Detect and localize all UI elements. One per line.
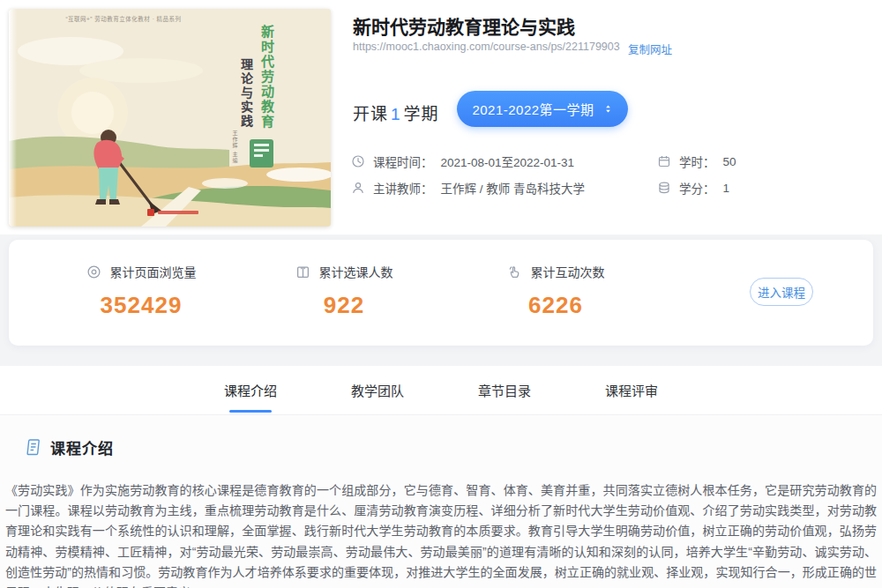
section-title: 课程介绍 [50,436,114,458]
semester-dropdown[interactable]: 2021-2022第一学期 [457,91,628,127]
info-label: 课程时间： [373,153,433,170]
info-label: 主讲教师： [373,179,433,197]
course-stats-card: 累计页面浏览量 352429 累计选课人数 922 累计互动次数 6226 进入… [9,240,873,346]
enter-course-button[interactable]: 进入课程 [750,278,813,306]
updown-arrows-icon [603,103,613,115]
tab-teaching-team[interactable]: 教学团队 [351,366,404,414]
semester-label: 开课1学期 [353,100,439,124]
cover-series-text: “互联网+” 劳动教育立体化教材 · 精品系列 [18,14,229,23]
cover-illustration [9,9,331,227]
cover-authors: 王作辉 主编 [231,130,239,164]
info-value: 2021-08-01至2022-01-31 [441,153,575,170]
info-value: 1 [723,182,730,195]
semester-count: 1 [388,105,404,123]
semester-suffix: 学期 [404,105,439,123]
clock-icon [351,154,365,168]
info-value: 王作辉 / 教师 青岛科技大学 [441,179,586,197]
stat-page-views: 累计页面浏览量 352429 [53,263,229,319]
semester-prefix: 开课 [353,105,388,123]
course-url: https://mooc1.chaoxing.com/course-ans/ps… [353,41,620,53]
course-teacher-row: 主讲教师： 王作辉 / 教师 青岛科技大学 [351,179,585,197]
stat-interactions: 累计互动次数 6226 [467,263,644,319]
copy-url-link[interactable]: 复制网址 [628,41,672,57]
cover-title-main: 新时代劳动教育 [258,25,276,130]
semester-dropdown-value: 2021-2022第一学期 [472,100,594,118]
info-label: 学时： [679,153,715,170]
course-description: 《劳动实践》作为实施劳动教育的核心课程是德育教育的一个组成部分，它与德育、智育、… [5,480,877,588]
course-time-row: 课程时间： 2021-08-01至2022-01-31 [351,153,574,170]
stat-label: 累计互动次数 [531,263,605,280]
course-title: 新时代劳动教育理论与实践 [353,12,575,39]
section-header: 课程介绍 [25,436,114,458]
cover-page-edge [9,9,17,227]
course-tabs: 课程介绍 教学团队 章节目录 课程评审 [0,366,882,414]
stat-value: 6226 [467,292,644,319]
click-hand-icon [507,264,522,279]
credits-icon [657,181,671,195]
stat-value: 922 [256,292,432,319]
course-hours-row: 学时： 50 [657,153,736,170]
stat-enrolled: 累计选课人数 922 [256,263,432,319]
user-icon [351,181,365,195]
tab-chapter-catalog[interactable]: 章节目录 [478,366,531,414]
book-icon [295,264,310,279]
document-icon [25,438,41,457]
info-value: 50 [723,155,736,168]
cover-title-sub: 理论与实践 [237,58,255,129]
calendar-icon [657,154,671,168]
stat-label: 累计选课人数 [319,263,393,280]
course-header: “互联网+” 劳动教育立体化教材 · 精品系列 新时代劳动教育 理论与实践 王作… [0,0,882,234]
eye-icon [86,264,101,279]
tab-course-intro[interactable]: 课程介绍 [224,366,277,414]
info-label: 学分： [679,179,715,197]
tab-course-review[interactable]: 课程评审 [605,366,658,414]
stat-label: 累计页面浏览量 [110,263,197,280]
course-credits-row: 学分： 1 [657,179,729,197]
course-intro-section: 课程介绍 《劳动实践》作为实施劳动教育的核心课程是德育教育的一个组成部分，它与德… [0,414,882,588]
stat-value: 352429 [53,292,229,319]
course-cover-image: “互联网+” 劳动教育立体化教材 · 精品系列 新时代劳动教育 理论与实践 王作… [9,9,331,227]
